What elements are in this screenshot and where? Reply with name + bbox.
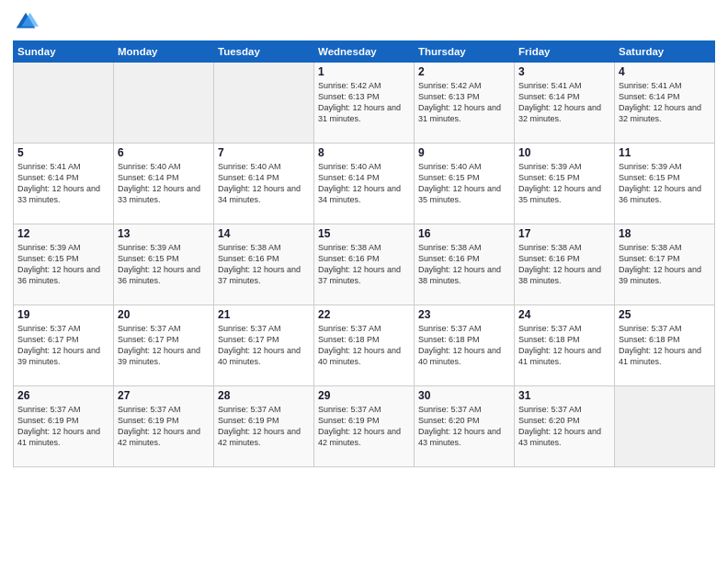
day-cell: 11Sunrise: 5:39 AM Sunset: 6:15 PM Dayli… bbox=[615, 144, 715, 224]
day-cell: 2Sunrise: 5:42 AM Sunset: 6:13 PM Daylig… bbox=[415, 63, 515, 144]
day-number: 14 bbox=[218, 227, 310, 240]
day-info: Sunrise: 5:37 AM Sunset: 6:18 PM Dayligh… bbox=[619, 323, 711, 368]
day-info: Sunrise: 5:40 AM Sunset: 6:14 PM Dayligh… bbox=[118, 161, 210, 206]
day-info: Sunrise: 5:37 AM Sunset: 6:18 PM Dayligh… bbox=[418, 323, 510, 368]
day-cell: 15Sunrise: 5:38 AM Sunset: 6:16 PM Dayli… bbox=[314, 224, 415, 305]
day-info: Sunrise: 5:38 AM Sunset: 6:16 PM Dayligh… bbox=[218, 242, 310, 287]
day-cell: 8Sunrise: 5:40 AM Sunset: 6:14 PM Daylig… bbox=[314, 144, 415, 224]
logo bbox=[13, 9, 41, 35]
day-cell: 7Sunrise: 5:40 AM Sunset: 6:14 PM Daylig… bbox=[214, 144, 314, 224]
col-header-tuesday: Tuesday bbox=[214, 41, 314, 63]
day-number: 12 bbox=[17, 227, 109, 240]
day-cell: 28Sunrise: 5:37 AM Sunset: 6:19 PM Dayli… bbox=[214, 386, 314, 467]
day-cell: 24Sunrise: 5:37 AM Sunset: 6:18 PM Dayli… bbox=[515, 305, 615, 386]
day-number: 9 bbox=[418, 146, 510, 159]
day-cell: 4Sunrise: 5:41 AM Sunset: 6:14 PM Daylig… bbox=[615, 63, 715, 144]
col-header-wednesday: Wednesday bbox=[314, 41, 415, 63]
day-info: Sunrise: 5:38 AM Sunset: 6:16 PM Dayligh… bbox=[418, 242, 510, 287]
day-cell bbox=[114, 63, 214, 144]
day-cell: 5Sunrise: 5:41 AM Sunset: 6:14 PM Daylig… bbox=[14, 144, 114, 224]
day-cell: 1Sunrise: 5:42 AM Sunset: 6:13 PM Daylig… bbox=[314, 63, 415, 144]
week-row-3: 12Sunrise: 5:39 AM Sunset: 6:15 PM Dayli… bbox=[14, 224, 715, 305]
day-number: 11 bbox=[619, 146, 711, 159]
day-number: 20 bbox=[118, 308, 210, 321]
day-number: 25 bbox=[619, 308, 711, 321]
day-number: 7 bbox=[218, 146, 310, 159]
day-number: 18 bbox=[619, 227, 711, 240]
day-number: 3 bbox=[518, 65, 610, 78]
day-info: Sunrise: 5:38 AM Sunset: 6:16 PM Dayligh… bbox=[318, 242, 410, 287]
day-info: Sunrise: 5:40 AM Sunset: 6:14 PM Dayligh… bbox=[318, 161, 410, 206]
day-cell: 9Sunrise: 5:40 AM Sunset: 6:15 PM Daylig… bbox=[415, 144, 515, 224]
day-cell: 6Sunrise: 5:40 AM Sunset: 6:14 PM Daylig… bbox=[114, 144, 214, 224]
day-info: Sunrise: 5:38 AM Sunset: 6:17 PM Dayligh… bbox=[619, 242, 711, 287]
day-number: 5 bbox=[17, 146, 109, 159]
day-info: Sunrise: 5:37 AM Sunset: 6:19 PM Dayligh… bbox=[118, 404, 210, 449]
week-row-5: 26Sunrise: 5:37 AM Sunset: 6:19 PM Dayli… bbox=[14, 386, 715, 467]
col-header-monday: Monday bbox=[114, 41, 214, 63]
calendar-table: SundayMondayTuesdayWednesdayThursdayFrid… bbox=[13, 40, 715, 467]
col-header-thursday: Thursday bbox=[415, 41, 515, 63]
day-cell bbox=[615, 386, 715, 467]
day-cell: 30Sunrise: 5:37 AM Sunset: 6:20 PM Dayli… bbox=[415, 386, 515, 467]
day-cell: 17Sunrise: 5:38 AM Sunset: 6:16 PM Dayli… bbox=[515, 224, 615, 305]
day-info: Sunrise: 5:38 AM Sunset: 6:16 PM Dayligh… bbox=[518, 242, 610, 287]
day-cell bbox=[14, 63, 114, 144]
day-cell: 14Sunrise: 5:38 AM Sunset: 6:16 PM Dayli… bbox=[214, 224, 314, 305]
day-info: Sunrise: 5:37 AM Sunset: 6:17 PM Dayligh… bbox=[218, 323, 310, 368]
day-number: 13 bbox=[118, 227, 210, 240]
day-info: Sunrise: 5:39 AM Sunset: 6:15 PM Dayligh… bbox=[518, 161, 610, 206]
day-number: 22 bbox=[318, 308, 410, 321]
day-cell bbox=[214, 63, 314, 144]
page-header bbox=[13, 9, 715, 35]
day-info: Sunrise: 5:39 AM Sunset: 6:15 PM Dayligh… bbox=[17, 242, 109, 287]
day-cell: 23Sunrise: 5:37 AM Sunset: 6:18 PM Dayli… bbox=[415, 305, 515, 386]
day-cell: 21Sunrise: 5:37 AM Sunset: 6:17 PM Dayli… bbox=[214, 305, 314, 386]
day-info: Sunrise: 5:37 AM Sunset: 6:19 PM Dayligh… bbox=[218, 404, 310, 449]
day-cell: 26Sunrise: 5:37 AM Sunset: 6:19 PM Dayli… bbox=[14, 386, 114, 467]
day-info: Sunrise: 5:37 AM Sunset: 6:17 PM Dayligh… bbox=[17, 323, 109, 368]
day-cell: 16Sunrise: 5:38 AM Sunset: 6:16 PM Dayli… bbox=[415, 224, 515, 305]
day-info: Sunrise: 5:37 AM Sunset: 6:20 PM Dayligh… bbox=[518, 404, 610, 449]
day-number: 28 bbox=[218, 389, 310, 402]
day-info: Sunrise: 5:39 AM Sunset: 6:15 PM Dayligh… bbox=[118, 242, 210, 287]
day-info: Sunrise: 5:40 AM Sunset: 6:14 PM Dayligh… bbox=[218, 161, 310, 206]
col-header-saturday: Saturday bbox=[615, 41, 715, 63]
day-number: 30 bbox=[418, 389, 510, 402]
day-cell: 19Sunrise: 5:37 AM Sunset: 6:17 PM Dayli… bbox=[14, 305, 114, 386]
day-cell: 27Sunrise: 5:37 AM Sunset: 6:19 PM Dayli… bbox=[114, 386, 214, 467]
day-number: 24 bbox=[518, 308, 610, 321]
day-info: Sunrise: 5:37 AM Sunset: 6:19 PM Dayligh… bbox=[318, 404, 410, 449]
day-number: 19 bbox=[17, 308, 109, 321]
day-number: 27 bbox=[118, 389, 210, 402]
day-cell: 22Sunrise: 5:37 AM Sunset: 6:18 PM Dayli… bbox=[314, 305, 415, 386]
week-row-1: 1Sunrise: 5:42 AM Sunset: 6:13 PM Daylig… bbox=[14, 63, 715, 144]
day-info: Sunrise: 5:41 AM Sunset: 6:14 PM Dayligh… bbox=[619, 80, 711, 125]
day-info: Sunrise: 5:41 AM Sunset: 6:14 PM Dayligh… bbox=[518, 80, 610, 125]
day-info: Sunrise: 5:37 AM Sunset: 6:19 PM Dayligh… bbox=[17, 404, 109, 449]
day-cell: 20Sunrise: 5:37 AM Sunset: 6:17 PM Dayli… bbox=[114, 305, 214, 386]
col-header-friday: Friday bbox=[515, 41, 615, 63]
day-info: Sunrise: 5:42 AM Sunset: 6:13 PM Dayligh… bbox=[418, 80, 510, 125]
day-number: 2 bbox=[418, 65, 510, 78]
day-number: 15 bbox=[318, 227, 410, 240]
calendar-body: 1Sunrise: 5:42 AM Sunset: 6:13 PM Daylig… bbox=[14, 63, 715, 467]
day-cell: 18Sunrise: 5:38 AM Sunset: 6:17 PM Dayli… bbox=[615, 224, 715, 305]
day-cell: 10Sunrise: 5:39 AM Sunset: 6:15 PM Dayli… bbox=[515, 144, 615, 224]
day-cell: 3Sunrise: 5:41 AM Sunset: 6:14 PM Daylig… bbox=[515, 63, 615, 144]
logo-icon bbox=[13, 9, 39, 35]
day-cell: 13Sunrise: 5:39 AM Sunset: 6:15 PM Dayli… bbox=[114, 224, 214, 305]
day-info: Sunrise: 5:37 AM Sunset: 6:17 PM Dayligh… bbox=[118, 323, 210, 368]
day-cell: 12Sunrise: 5:39 AM Sunset: 6:15 PM Dayli… bbox=[14, 224, 114, 305]
week-row-2: 5Sunrise: 5:41 AM Sunset: 6:14 PM Daylig… bbox=[14, 144, 715, 224]
col-header-sunday: Sunday bbox=[14, 41, 114, 63]
day-info: Sunrise: 5:37 AM Sunset: 6:20 PM Dayligh… bbox=[418, 404, 510, 449]
calendar-header-row: SundayMondayTuesdayWednesdayThursdayFrid… bbox=[14, 41, 715, 63]
day-number: 31 bbox=[518, 389, 610, 402]
day-number: 8 bbox=[318, 146, 410, 159]
week-row-4: 19Sunrise: 5:37 AM Sunset: 6:17 PM Dayli… bbox=[14, 305, 715, 386]
day-number: 10 bbox=[518, 146, 610, 159]
day-cell: 25Sunrise: 5:37 AM Sunset: 6:18 PM Dayli… bbox=[615, 305, 715, 386]
day-number: 6 bbox=[118, 146, 210, 159]
day-number: 4 bbox=[619, 65, 711, 78]
